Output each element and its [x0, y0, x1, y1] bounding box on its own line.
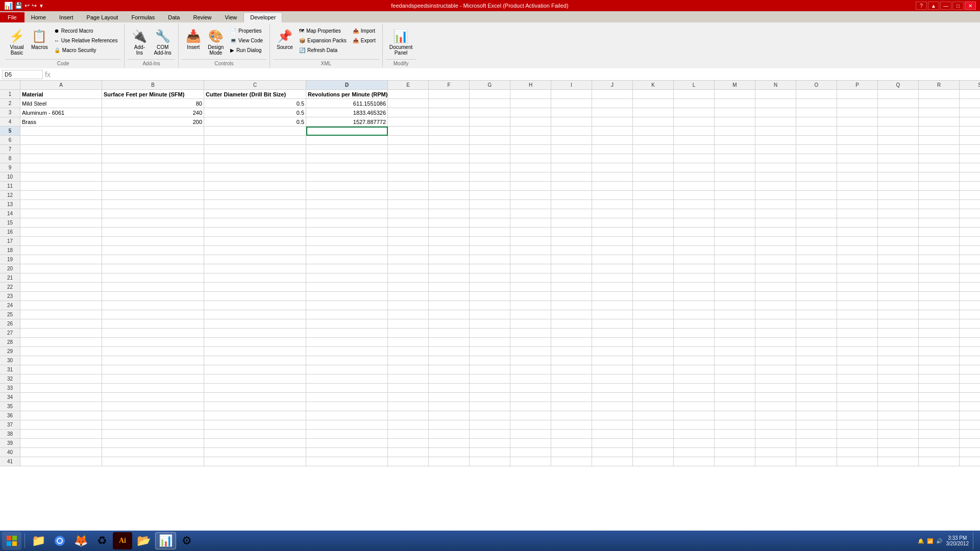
cell-Q28[interactable]: [878, 338, 919, 347]
cell-P19[interactable]: [837, 255, 878, 264]
cell-S8[interactable]: [960, 154, 980, 163]
cell-R9[interactable]: [919, 163, 960, 172]
cell-F2[interactable]: [429, 99, 470, 108]
cell-G19[interactable]: [470, 255, 510, 264]
cell-B38[interactable]: [102, 430, 204, 439]
cell-J18[interactable]: [592, 246, 633, 255]
cell-S29[interactable]: [960, 347, 980, 356]
cell-E10[interactable]: [388, 172, 429, 182]
cell-C9[interactable]: [204, 163, 306, 172]
cell-K16[interactable]: [633, 228, 674, 237]
formula-input[interactable]: [53, 70, 978, 79]
cell-E41[interactable]: [388, 457, 429, 466]
cell-C41[interactable]: [204, 457, 306, 466]
cell-P36[interactable]: [837, 411, 878, 420]
cell-L30[interactable]: [674, 356, 715, 365]
cell-S2[interactable]: [960, 99, 980, 108]
cell-R12[interactable]: [919, 191, 960, 200]
cell-S35[interactable]: [960, 402, 980, 411]
cell-K33[interactable]: [633, 384, 674, 393]
cell-K40[interactable]: [633, 448, 674, 457]
cell-E37[interactable]: [388, 420, 429, 430]
cell-F13[interactable]: [429, 200, 470, 209]
cell-S3[interactable]: [960, 108, 980, 117]
cell-E13[interactable]: [388, 200, 429, 209]
cell-N21[interactable]: [755, 273, 796, 283]
cell-G7[interactable]: [470, 145, 510, 154]
cell-S32[interactable]: [960, 374, 980, 384]
cell-K29[interactable]: [633, 347, 674, 356]
cell-P20[interactable]: [837, 264, 878, 273]
cell-H9[interactable]: [510, 163, 551, 172]
cell-C18[interactable]: [204, 246, 306, 255]
cell-A16[interactable]: [20, 228, 102, 237]
cell-M3[interactable]: [715, 108, 755, 117]
export-btn[interactable]: 📤 Export: [350, 36, 378, 45]
cell-P15[interactable]: [837, 218, 878, 228]
cell-M26[interactable]: [715, 319, 755, 329]
cell-J2[interactable]: [592, 99, 633, 108]
cell-L41[interactable]: [674, 457, 715, 466]
cell-K24[interactable]: [633, 301, 674, 310]
cell-N6[interactable]: [755, 136, 796, 145]
cell-K12[interactable]: [633, 191, 674, 200]
cell-A25[interactable]: [20, 310, 102, 319]
col-header-E[interactable]: E: [388, 81, 429, 89]
cell-K28[interactable]: [633, 338, 674, 347]
cell-Q2[interactable]: [878, 99, 919, 108]
cell-R27[interactable]: [919, 329, 960, 338]
cell-S27[interactable]: [960, 329, 980, 338]
cell-P26[interactable]: [837, 319, 878, 329]
cell-R14[interactable]: [919, 209, 960, 218]
cell-N7[interactable]: [755, 145, 796, 154]
cell-M5[interactable]: [715, 127, 755, 136]
cell-K18[interactable]: [633, 246, 674, 255]
cell-Q31[interactable]: [878, 365, 919, 374]
visual-basic-btn[interactable]: ⚡ VisualBasic: [6, 27, 28, 57]
cell-F20[interactable]: [429, 264, 470, 273]
cell-P16[interactable]: [837, 228, 878, 237]
cell-E4[interactable]: [388, 117, 429, 127]
cell-B41[interactable]: [102, 457, 204, 466]
cell-I8[interactable]: [551, 154, 592, 163]
cell-D14[interactable]: [306, 209, 388, 218]
cell-R4[interactable]: [919, 117, 960, 127]
cell-F14[interactable]: [429, 209, 470, 218]
cell-A40[interactable]: [20, 448, 102, 457]
cell-C37[interactable]: [204, 420, 306, 430]
cell-C15[interactable]: [204, 218, 306, 228]
cell-S1[interactable]: [960, 90, 980, 99]
cell-R1[interactable]: [919, 90, 960, 99]
cell-P1[interactable]: [837, 90, 878, 99]
cell-K31[interactable]: [633, 365, 674, 374]
cell-E3[interactable]: [388, 108, 429, 117]
cell-H33[interactable]: [510, 384, 551, 393]
cell-C23[interactable]: [204, 292, 306, 301]
excel-taskbar-btn[interactable]: 📊: [155, 532, 176, 549]
cell-J25[interactable]: [592, 310, 633, 319]
cell-F18[interactable]: [429, 246, 470, 255]
cell-J17[interactable]: [592, 237, 633, 246]
cell-G17[interactable]: [470, 237, 510, 246]
cell-P2[interactable]: [837, 99, 878, 108]
cell-L5[interactable]: [674, 127, 715, 136]
cell-K14[interactable]: [633, 209, 674, 218]
cell-N4[interactable]: [755, 117, 796, 127]
cell-S39[interactable]: [960, 439, 980, 448]
cell-S22[interactable]: [960, 283, 980, 292]
cell-E23[interactable]: [388, 292, 429, 301]
volume-icon[interactable]: 🔊: [936, 538, 942, 544]
cell-I12[interactable]: [551, 191, 592, 200]
cell-Q9[interactable]: [878, 163, 919, 172]
cell-O31[interactable]: [796, 365, 837, 374]
col-header-S[interactable]: S: [960, 81, 980, 89]
cell-B40[interactable]: [102, 448, 204, 457]
cell-P4[interactable]: [837, 117, 878, 127]
cell-Q26[interactable]: [878, 319, 919, 329]
cell-N29[interactable]: [755, 347, 796, 356]
macro-security-btn[interactable]: 🔒 Macro Security: [52, 46, 120, 55]
cell-H26[interactable]: [510, 319, 551, 329]
cell-O39[interactable]: [796, 439, 837, 448]
cell-M40[interactable]: [715, 448, 755, 457]
cell-O15[interactable]: [796, 218, 837, 228]
